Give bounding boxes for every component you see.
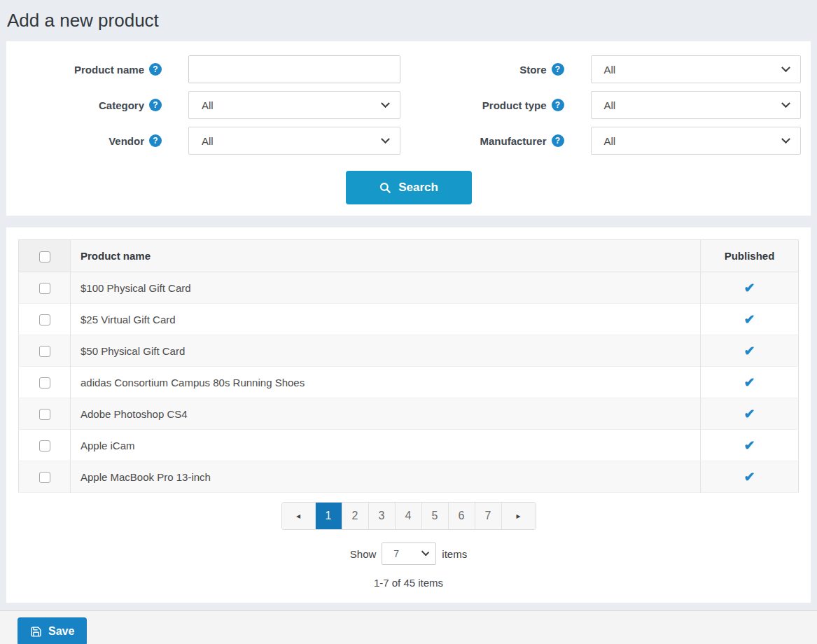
published-check-icon: ✔: [744, 438, 755, 453]
help-icon[interactable]: ?: [149, 134, 162, 147]
page-button-6[interactable]: 6: [449, 503, 475, 529]
select-all-checkbox[interactable]: [39, 251, 50, 262]
product-name-column-header: Product name: [71, 240, 701, 272]
row-checkbox-cell: [19, 304, 71, 335]
search-panel: Product name ? Category ? All: [6, 41, 811, 216]
published-check-icon: ✔: [744, 407, 755, 421]
vendor-control: All: [188, 127, 400, 155]
product-name-label-cell: Product name ?: [6, 63, 162, 76]
product-name-input[interactable]: [188, 55, 400, 83]
product-name-cell: Apple MacBook Pro 13-inch: [71, 461, 701, 493]
row-checkbox[interactable]: [39, 472, 50, 483]
search-button-label: Search: [398, 181, 438, 195]
row-checkbox[interactable]: [39, 440, 50, 451]
table-row: $25 Virtual Gift Card ✔: [19, 304, 799, 335]
product-name-cell: $25 Virtual Gift Card: [71, 304, 701, 335]
table-row: $100 Physical Gift Card ✔: [19, 272, 799, 304]
search-button-row: Search: [6, 171, 811, 204]
product-type-select[interactable]: All: [591, 91, 801, 119]
row-checkbox-cell: [19, 335, 71, 367]
published-check-icon: ✔: [744, 281, 755, 295]
next-page-button[interactable]: ▸: [502, 503, 536, 529]
table-row: $50 Physical Gift Card ✔: [19, 335, 799, 367]
row-checkbox[interactable]: [39, 346, 50, 357]
published-column-header: Published: [701, 240, 799, 272]
category-select[interactable]: All: [188, 91, 400, 119]
published-check-icon: ✔: [744, 375, 755, 390]
store-label-cell: Store ?: [409, 63, 564, 76]
table-row: adidas Consortium Campus 80s Running Sho…: [19, 367, 799, 398]
chevron-down-icon: [381, 99, 390, 108]
manufacturer-label: Manufacturer: [480, 135, 546, 147]
row-checkbox-cell: [19, 461, 71, 493]
vendor-select-value: All: [202, 135, 214, 147]
help-icon[interactable]: ?: [552, 63, 564, 76]
product-name-label: Product name: [74, 64, 144, 76]
vendor-label: Vendor: [109, 135, 144, 147]
help-icon[interactable]: ?: [552, 134, 564, 147]
chevron-down-icon: [421, 548, 429, 556]
search-form: Product name ? Category ? All: [6, 55, 811, 155]
product-type-control: All: [591, 91, 801, 119]
vendor-label-cell: Vendor ?: [6, 134, 162, 147]
category-select-value: All: [202, 99, 214, 111]
store-select-value: All: [604, 64, 616, 76]
product-name-field-row: Product name ?: [6, 55, 409, 83]
row-checkbox-cell: [19, 367, 71, 398]
row-checkbox[interactable]: [39, 314, 50, 326]
table-row: Adobe Photoshop CS4 ✔: [19, 398, 799, 430]
product-name-cell: Adobe Photoshop CS4: [71, 398, 701, 430]
published-check-icon: ✔: [744, 344, 755, 358]
product-type-select-value: All: [604, 99, 616, 111]
product-type-field-row: Product type ? All: [409, 91, 811, 119]
product-type-label: Product type: [482, 99, 547, 111]
page-size-select-value: 7: [393, 548, 399, 559]
page-button-2[interactable]: 2: [342, 503, 369, 529]
published-cell: ✔: [701, 272, 799, 304]
manufacturer-select[interactable]: All: [591, 127, 801, 155]
search-icon: [379, 181, 391, 194]
save-button-label: Save: [48, 625, 74, 638]
row-checkbox-cell: [19, 430, 71, 461]
page-button-1[interactable]: 1: [316, 503, 342, 529]
manufacturer-label-cell: Manufacturer ?: [409, 134, 564, 147]
show-label: Show: [350, 548, 377, 560]
help-icon[interactable]: ?: [552, 99, 564, 111]
published-cell: ✔: [701, 430, 799, 461]
help-icon[interactable]: ?: [149, 99, 162, 111]
page-button-4[interactable]: 4: [396, 503, 422, 529]
category-label-cell: Category ?: [6, 99, 162, 111]
save-button[interactable]: Save: [18, 617, 87, 644]
row-checkbox[interactable]: [39, 409, 50, 420]
vendor-select[interactable]: All: [188, 127, 400, 155]
help-icon[interactable]: ?: [149, 63, 162, 76]
chevron-down-icon: [381, 134, 390, 144]
store-label: Store: [519, 64, 546, 76]
store-select[interactable]: All: [591, 55, 801, 83]
page-button-7[interactable]: 7: [475, 503, 502, 529]
row-checkbox[interactable]: [39, 377, 50, 388]
search-button[interactable]: Search: [346, 171, 472, 204]
product-name-cell: Apple iCam: [71, 430, 701, 461]
store-control: All: [591, 55, 801, 83]
page-size-select[interactable]: 7: [382, 542, 436, 565]
page-button-5[interactable]: 5: [422, 503, 449, 529]
product-name-cell: adidas Consortium Campus 80s Running Sho…: [71, 367, 701, 398]
items-label: items: [442, 548, 467, 560]
product-name-control: [188, 55, 400, 83]
page-button-3[interactable]: 3: [369, 503, 396, 529]
chevron-down-icon: [781, 63, 790, 72]
row-checkbox[interactable]: [39, 283, 50, 294]
previous-page-button[interactable]: ◂: [282, 503, 316, 529]
published-cell: ✔: [701, 335, 799, 367]
manufacturer-control: All: [591, 127, 801, 155]
page-size-row: Show 7 items: [18, 542, 799, 565]
table-row: Apple MacBook Pro 13-inch ✔: [19, 461, 799, 493]
pagination: ◂ 1 2 3 4 5 6 7 ▸: [281, 502, 536, 530]
pagination-wrap: ◂ 1 2 3 4 5 6 7 ▸: [18, 502, 799, 530]
page-header: Add a new product: [0, 0, 817, 41]
category-label: Category: [99, 99, 144, 111]
vendor-field-row: Vendor ? All: [6, 127, 409, 155]
results-summary: 1-7 of 45 items: [18, 577, 799, 589]
category-control: All: [188, 91, 400, 119]
